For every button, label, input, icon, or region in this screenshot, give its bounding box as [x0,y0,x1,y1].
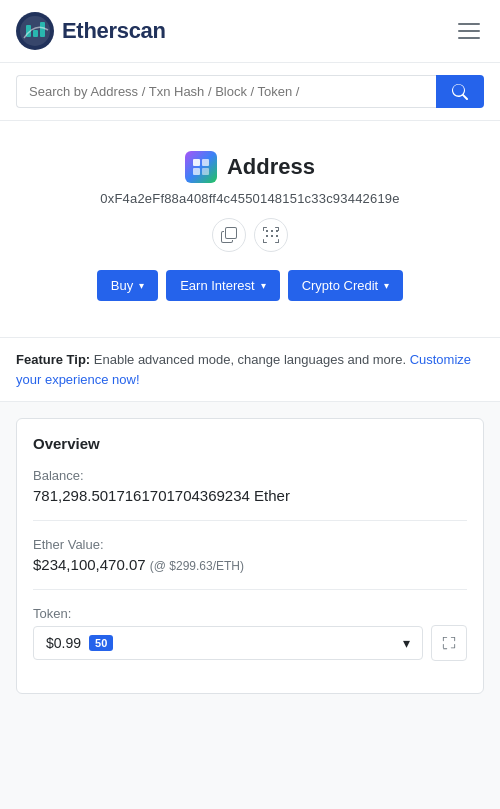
qr-icon [263,227,279,243]
header: Etherscan [0,0,500,63]
balance-value: 781,298.5017161701704369234 Ether [33,487,467,504]
logo-text: Etherscan [62,18,166,44]
crypto-credit-chevron: ▾ [384,280,389,291]
address-icon-inner [191,157,211,177]
action-buttons-row: Buy ▾ Earn Interest ▾ Crypto Credit ▾ [97,270,403,301]
divider-2 [33,589,467,590]
main-content: Address 0xF4a2eFf88a408ff4c4550148151c33… [0,121,500,337]
token-count-badge: 50 [89,635,113,651]
address-section: Address 0xF4a2eFf88a408ff4c4550148151c33… [16,141,484,317]
qr-button[interactable] [254,218,288,252]
address-icon [185,151,217,183]
address-actions [212,218,288,252]
svg-rect-6 [202,159,209,166]
page-title: Address [227,154,315,180]
token-row: Token: $0.99 50 ▾ [33,606,467,661]
ether-value-sub: (@ $299.63/ETH) [150,559,244,573]
search-bar [0,63,500,121]
token-select-wrapper: $0.99 50 ▾ [33,625,467,661]
ether-value-label: Ether Value: [33,537,467,552]
crypto-credit-button[interactable]: Crypto Credit ▾ [288,270,404,301]
svg-rect-3 [33,30,38,37]
earn-interest-chevron: ▾ [261,280,266,291]
svg-rect-8 [202,168,209,175]
copy-icon [221,227,237,243]
svg-rect-5 [193,159,200,166]
svg-rect-4 [40,22,45,37]
feature-tip: Feature Tip: Enable advanced mode, chang… [0,337,500,402]
address-hash: 0xF4a2eFf88a408ff4c4550148151c33c9344261… [100,191,399,206]
search-button[interactable] [436,75,484,108]
search-input[interactable] [16,75,436,108]
overview-card: Overview Balance: 781,298.50171617017043… [16,418,484,694]
copy-button[interactable] [212,218,246,252]
etherscan-logo-icon [16,12,54,50]
address-title-row: Address [185,151,315,183]
token-select[interactable]: $0.99 50 ▾ [33,626,423,660]
hamburger-menu[interactable] [454,19,484,43]
expand-icon [442,636,456,650]
balance-row: Balance: 781,298.5017161701704369234 Eth… [33,468,467,504]
svg-rect-7 [193,168,200,175]
token-expand-button[interactable] [431,625,467,661]
token-label: Token: [33,606,467,621]
buy-chevron: ▾ [139,280,144,291]
buy-button[interactable]: Buy ▾ [97,270,158,301]
balance-label: Balance: [33,468,467,483]
token-value: $0.99 [46,635,81,651]
logo: Etherscan [16,12,166,50]
feature-tip-label: Feature Tip: [16,352,90,367]
feature-tip-text: Enable advanced mode, change languages a… [94,352,410,367]
ether-value-row: Ether Value: $234,100,470.07 (@ $299.63/… [33,537,467,573]
search-icon [452,84,468,100]
earn-interest-button[interactable]: Earn Interest ▾ [166,270,279,301]
ether-value-main: $234,100,470.07 (@ $299.63/ETH) [33,556,467,573]
divider-1 [33,520,467,521]
overview-title: Overview [33,435,467,452]
token-chevron: ▾ [403,635,410,651]
